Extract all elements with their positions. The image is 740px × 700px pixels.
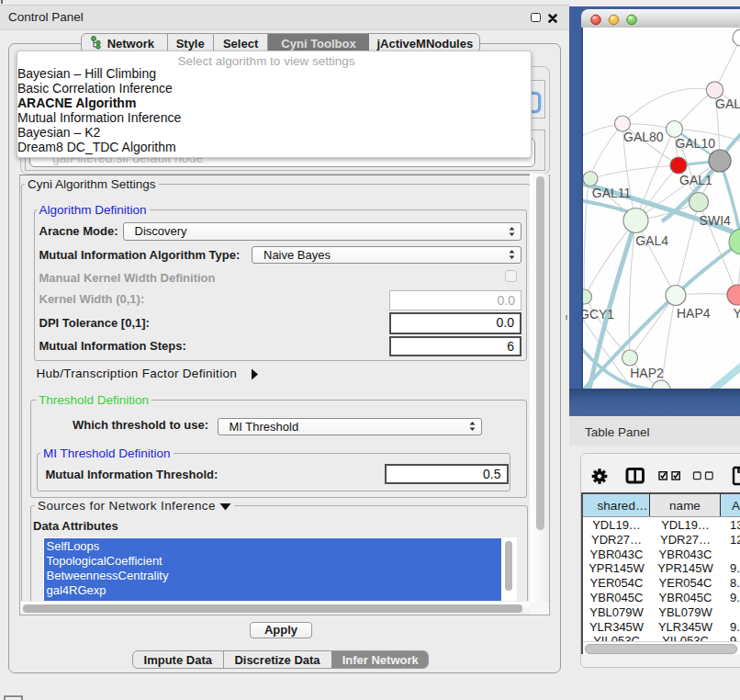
- svg-text:HAP4: HAP4: [677, 306, 711, 321]
- svg-text:GAL7: GAL7: [715, 96, 740, 111]
- svg-text:GCY1: GCY1: [583, 307, 614, 322]
- svg-text:GAL11: GAL11: [592, 186, 632, 200]
- svg-text:GAL1: GAL1: [679, 173, 712, 187]
- svg-text:GAL80: GAL80: [623, 130, 664, 144]
- svg-text:GAL10: GAL10: [675, 136, 715, 151]
- svg-text:SWI4: SWI4: [700, 213, 731, 228]
- svg-text:GAL4: GAL4: [635, 233, 668, 248]
- svg-text:HAP2: HAP2: [630, 366, 664, 380]
- svg-text:YEL0: YEL0: [734, 306, 740, 321]
